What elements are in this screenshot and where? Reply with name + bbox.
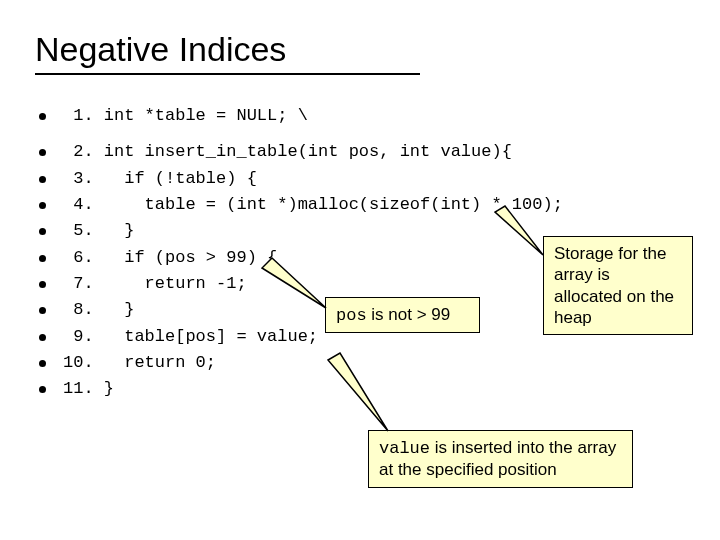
code-line: 11. }	[35, 376, 685, 402]
callout-value: value is inserted into the array at the …	[368, 430, 633, 488]
slide: Negative Indices 1. int *table = NULL; \…	[0, 0, 720, 540]
code-line: 2. int insert_in_table(int pos, int valu…	[35, 139, 685, 165]
callout-pos: pos is not > 99	[325, 297, 480, 333]
code-line: 1. int *table = NULL; \	[35, 103, 685, 129]
callout-text: is not > 99	[367, 305, 451, 324]
callout-storage: Storage for the array is allocated on th…	[543, 236, 693, 335]
code-line: 3. if (!table) {	[35, 166, 685, 192]
page-title: Negative Indices	[35, 30, 685, 69]
callout-mono: value	[379, 439, 430, 458]
code-line: 4. table = (int *)malloc(sizeof(int) * 1…	[35, 192, 685, 218]
code-line: 10. return 0;	[35, 350, 685, 376]
callout-mono: pos	[336, 306, 367, 325]
spacer	[35, 129, 685, 139]
title-underline	[35, 73, 420, 75]
callout-text: Storage for the array is allocated on th…	[554, 244, 674, 327]
